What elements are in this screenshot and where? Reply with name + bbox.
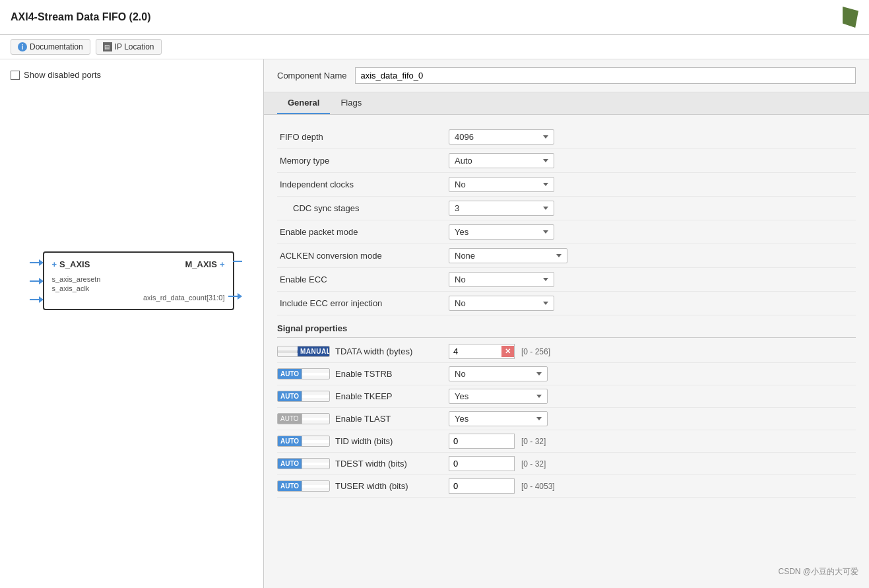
tabs-bar: General Flags (264, 92, 869, 115)
cdc-sync-label: CDC sync stages (277, 203, 449, 213)
setting-independent-clocks: Independent clocks No (277, 173, 856, 197)
show-disabled-checkbox[interactable] (11, 71, 20, 80)
plus-icon: + (52, 259, 57, 269)
ecc-inject-label: Include ECC error injection (277, 298, 449, 308)
independent-clocks-control: No (449, 177, 554, 192)
component-name-label: Component Name (277, 71, 347, 81)
setting-packet-mode: Enable packet mode Yes (277, 220, 856, 244)
cdc-sync-arrow (543, 207, 548, 210)
signal-tuser: AUTO TUSER width (bits) [0 - 4053] (277, 475, 856, 498)
tuser-input[interactable] (449, 478, 515, 494)
signal-tstrb: AUTO Enable TSTRB No (277, 363, 856, 385)
tkeep-mode-right (302, 395, 329, 398)
tid-mode-left: AUTO (278, 436, 302, 446)
port3-label: axis_rd_data_count[31:0] (143, 294, 225, 302)
tkeep-mode-btn[interactable]: AUTO (277, 391, 330, 402)
packet-mode-dropdown[interactable]: Yes (449, 224, 554, 240)
memory-type-value: Auto (455, 156, 472, 166)
tdest-range: [0 - 32] (521, 459, 546, 469)
fifo-depth-dropdown[interactable]: 4096 (449, 129, 554, 145)
aclken-dropdown[interactable]: None (449, 248, 567, 263)
tdest-label: TDEST width (bits) (330, 459, 449, 469)
memory-type-label: Memory type (277, 156, 449, 166)
aclken-arrow (556, 254, 562, 257)
packet-mode-control: Yes (449, 224, 554, 240)
tid-input[interactable] (449, 434, 515, 449)
independent-clocks-arrow (543, 183, 548, 186)
tstrb-value: No (455, 369, 466, 379)
signal-tlast: AUTO Enable TLAST Yes (277, 408, 856, 430)
tstrb-dropdown[interactable]: No (449, 366, 548, 381)
port-row-1: s_axis_aresetn (52, 275, 225, 284)
setting-fifo-depth: FIFO depth 4096 (277, 125, 856, 149)
tdest-mode-btn[interactable]: AUTO (277, 458, 330, 469)
diagram-area: + S_AXIS M_AXIS + s_axis_aresetn s_axis_ (11, 251, 253, 310)
tstrb-mode-right (302, 373, 329, 376)
ecc-label: Enable ECC (277, 275, 449, 284)
cdc-sync-dropdown[interactable]: 3 (449, 201, 554, 216)
tuser-mode-left: AUTO (278, 481, 302, 491)
independent-clocks-label: Independent clocks (277, 180, 449, 189)
signal-properties-header: Signal properties (277, 315, 856, 338)
tdata-mode-btn[interactable]: MANUAL (277, 346, 330, 357)
tlast-mode-btn[interactable]: AUTO (277, 413, 330, 424)
packet-mode-value: Yes (455, 227, 468, 237)
tdest-input[interactable] (449, 456, 515, 471)
ecc-inject-value: No (455, 298, 466, 308)
fifo-depth-control: 4096 (449, 129, 554, 145)
tuser-mode-right (302, 485, 329, 488)
independent-clocks-dropdown[interactable]: No (449, 177, 554, 192)
signal-tkeep: AUTO Enable TKEEP Yes (277, 385, 856, 408)
documentation-button[interactable]: i Documentation (11, 39, 90, 55)
general-settings-group: FIFO depth 4096 Memory type Auto (277, 125, 856, 315)
settings-area: FIFO depth 4096 Memory type Auto (264, 115, 869, 508)
tdest-mode-left: AUTO (278, 459, 302, 469)
packet-mode-arrow (543, 230, 548, 234)
memory-type-arrow (543, 159, 548, 162)
tstrb-arrow (536, 372, 542, 376)
tlast-mode-left: AUTO (278, 414, 302, 424)
logo-icon (843, 7, 858, 28)
tlast-label: Enable TLAST (330, 414, 449, 424)
s-axis-label: S_AXIS (59, 259, 90, 269)
tdata-range: [0 - 256] (521, 347, 550, 356)
tstrb-mode-left: AUTO (278, 369, 302, 379)
tab-general[interactable]: General (277, 92, 330, 114)
tstrb-label: Enable TSTRB (330, 369, 449, 379)
tkeep-value: Yes (455, 391, 468, 401)
setting-cdc-sync: CDC sync stages 3 (277, 197, 856, 220)
setting-ecc: Enable ECC No (277, 268, 856, 292)
signal-tid: AUTO TID width (bits) [0 - 32] (277, 430, 856, 453)
tlast-dropdown[interactable]: Yes (449, 411, 548, 426)
ecc-control: No (449, 272, 554, 287)
port1-label: s_axis_aresetn (52, 275, 101, 283)
ecc-inject-dropdown[interactable]: No (449, 296, 554, 311)
tdata-input[interactable] (449, 344, 501, 358)
memory-type-control: Auto (449, 153, 554, 168)
tuser-mode-btn[interactable]: AUTO (277, 480, 330, 492)
tdata-clear-btn[interactable]: ✕ (501, 346, 514, 357)
ip-location-button[interactable]: ▤ IP Location (96, 39, 162, 55)
tab-flags[interactable]: Flags (330, 92, 372, 114)
fifo-depth-label: FIFO depth (277, 132, 449, 142)
tid-mode-btn[interactable]: AUTO (277, 436, 330, 447)
tkeep-dropdown[interactable]: Yes (449, 389, 548, 404)
app-header: AXI4-Stream Data FIFO (2.0) (0, 0, 869, 35)
fifo-depth-arrow (543, 135, 548, 139)
signal-tdata: MANUAL TDATA width (bytes) ✕ [0 - 256] (277, 341, 856, 363)
memory-type-dropdown[interactable]: Auto (449, 153, 554, 168)
watermark: CSDN @小豆的大可爱 (778, 566, 858, 577)
tlast-value: Yes (455, 414, 468, 424)
ecc-inject-arrow (543, 302, 548, 305)
ecc-dropdown[interactable]: No (449, 272, 554, 287)
aclken-label: ACLKEN conversion mode (277, 251, 449, 261)
tlast-arrow (536, 417, 542, 420)
setting-memory-type: Memory type Auto (277, 149, 856, 173)
component-name-input[interactable] (355, 67, 856, 84)
independent-clocks-value: No (455, 180, 466, 189)
tid-mode-right (302, 440, 329, 443)
ecc-arrow (543, 278, 548, 281)
tstrb-mode-btn[interactable]: AUTO (277, 368, 330, 379)
tdest-mode-right (302, 463, 329, 465)
ecc-inject-control: No (449, 296, 554, 311)
